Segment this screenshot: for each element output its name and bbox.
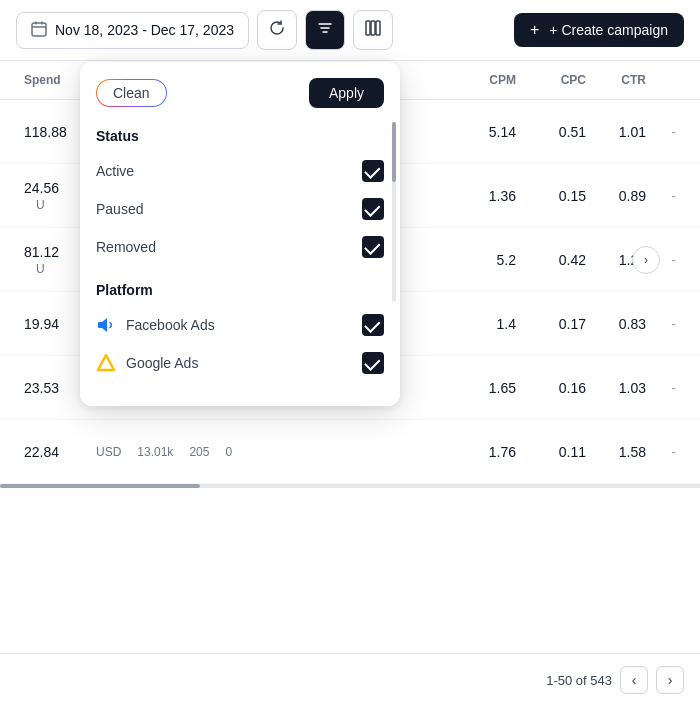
dropdown-scrollbar-thumb[interactable]	[392, 122, 396, 182]
ctr-cell: 1.01	[594, 116, 654, 148]
columns-icon	[365, 20, 381, 40]
paused-checkbox[interactable]	[362, 198, 384, 220]
next-page-button[interactable]: ›	[656, 666, 684, 694]
list-item: Active	[96, 152, 384, 190]
dash-cell: -	[654, 308, 684, 340]
date-range-button[interactable]: Nov 18, 2023 - Dec 17, 2023	[16, 12, 249, 49]
cpm-cell: 1.76	[444, 436, 524, 468]
ctr-cell: 1.58	[594, 436, 654, 468]
active-label: Active	[96, 163, 134, 179]
ctr-header: CTR	[594, 61, 654, 99]
filter-icon	[317, 20, 333, 40]
horizontal-scrollbar[interactable]	[0, 484, 700, 488]
cpm-cell: 5.14	[444, 116, 524, 148]
refresh-icon	[269, 20, 285, 40]
list-item: Google Ads	[96, 344, 384, 382]
table-row: 22.84 USD 13.01k 205 0 1.76 0.11 1.58 -	[0, 420, 700, 484]
list-item: Facebook Ads	[96, 306, 384, 344]
platform-section-title: Platform	[96, 282, 384, 298]
svg-rect-0	[32, 23, 46, 36]
svg-rect-3	[376, 21, 380, 35]
dash-cell: -	[654, 436, 684, 468]
dash-cell: -	[654, 180, 684, 212]
status-section: Status Active Paused Removed	[80, 120, 400, 274]
create-campaign-button[interactable]: + + Create campaign	[514, 13, 684, 47]
cpm-cell: 5.2	[444, 244, 524, 276]
ctr-cell: 0.83	[594, 308, 654, 340]
extra-header	[654, 61, 684, 99]
calendar-icon	[31, 21, 47, 40]
google-ads-label: Google Ads	[126, 355, 198, 371]
create-campaign-label: + Create campaign	[549, 22, 668, 38]
cpm-header: CPM	[444, 61, 524, 99]
cpc-cell: 0.17	[524, 308, 594, 340]
cpc-cell: 0.15	[524, 180, 594, 212]
list-item: Paused	[96, 190, 384, 228]
facebook-ads-icon	[96, 315, 116, 335]
horizontal-scrollbar-thumb[interactable]	[0, 484, 200, 488]
svg-rect-1	[366, 21, 370, 35]
columns-button[interactable]	[353, 10, 393, 50]
dash-cell: -	[654, 372, 684, 404]
status-section-title: Status	[96, 128, 384, 144]
ctr-cell: 0.89	[594, 180, 654, 212]
dash-cell: -	[654, 116, 684, 148]
list-item: Removed	[96, 228, 384, 266]
cpc-cell: 0.16	[524, 372, 594, 404]
platform-section: Platform Facebook Ads	[80, 274, 400, 390]
cpm-cell: 1.36	[444, 180, 524, 212]
filter-button[interactable]	[305, 10, 345, 50]
google-ads-checkbox[interactable]	[362, 352, 384, 374]
cpc-header: CPC	[524, 61, 594, 99]
facebook-ads-checkbox[interactable]	[362, 314, 384, 336]
cpm-cell: 1.4	[444, 308, 524, 340]
filter-dropdown: Clean Apply Status Active Paused Removed	[80, 62, 400, 406]
prev-page-button[interactable]: ‹	[620, 666, 648, 694]
facebook-ads-label: Facebook Ads	[126, 317, 215, 333]
cpc-cell: 0.42	[524, 244, 594, 276]
spend-cell: 22.84	[16, 436, 96, 468]
cpc-cell: 0.11	[524, 436, 594, 468]
svg-rect-2	[371, 21, 375, 35]
mid-info: USD 13.01k 205 0	[96, 445, 444, 459]
pagination: 1-50 of 543 ‹ ›	[0, 653, 700, 706]
pagination-summary: 1-50 of 543	[546, 673, 612, 688]
google-ads-icon	[96, 353, 116, 373]
active-checkbox[interactable]	[362, 160, 384, 182]
paused-label: Paused	[96, 201, 143, 217]
plus-icon: +	[530, 21, 539, 39]
cpc-cell: 0.51	[524, 116, 594, 148]
cpm-cell: 1.65	[444, 372, 524, 404]
apply-button[interactable]: Apply	[309, 78, 384, 108]
ctr-cell: 1.03	[594, 372, 654, 404]
dropdown-scrollbar[interactable]	[392, 122, 396, 302]
expand-row-button[interactable]: ›	[632, 246, 660, 274]
dropdown-top-bar: Clean Apply	[80, 78, 400, 120]
top-bar: Nov 18, 2023 - Dec 17, 2023 + + Create	[0, 0, 700, 61]
clean-button[interactable]: Clean	[96, 79, 167, 107]
removed-checkbox[interactable]	[362, 236, 384, 258]
svg-marker-4	[98, 355, 114, 370]
removed-label: Removed	[96, 239, 156, 255]
refresh-button[interactable]	[257, 10, 297, 50]
date-range-label: Nov 18, 2023 - Dec 17, 2023	[55, 22, 234, 38]
